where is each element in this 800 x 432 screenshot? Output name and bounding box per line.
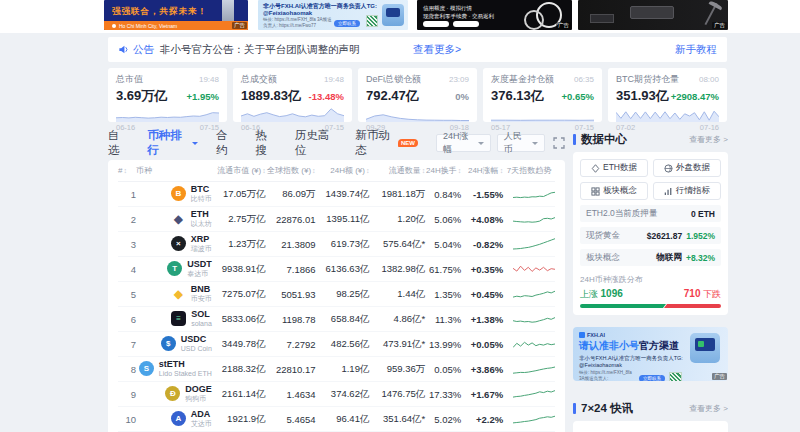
- coin-icon: ◆: [171, 286, 186, 301]
- banner-contact-button[interactable]: 立即联系: [639, 375, 665, 381]
- cell-turnover: 5.04%: [425, 239, 461, 250]
- mini-area-chart: [491, 107, 594, 122]
- cell-volume: 658.84亿: [316, 313, 370, 326]
- table-row[interactable]: 8 S stETH Lido Staked ETH 2188.32亿 22810…: [118, 357, 555, 382]
- column-header[interactable]: #↕: [118, 166, 136, 175]
- tutorial-link[interactable]: 新手教程: [675, 43, 717, 57]
- cell-coin: S stETH Lido Staked ETH: [136, 360, 212, 378]
- spot-gold-row[interactable]: 现货黄金 $2621.87 1.952%: [580, 227, 721, 244]
- view-more-link[interactable]: 查看更多 >: [689, 134, 728, 145]
- ad-headline: 非小号FXH.AI认准官方唯一商务负责人TG: @Feixiaohaomak: [263, 3, 381, 17]
- cell-market-cap: 2188.32亿: [212, 363, 266, 376]
- stat-value: 376.13亿: [491, 87, 544, 105]
- cell-price: 5.4654: [266, 414, 316, 425]
- stat-value-row: 351.93亿 +2908.47%: [616, 87, 719, 105]
- view-more-link[interactable]: 查看更多 >: [689, 403, 728, 414]
- coin-name: 瑞波币: [191, 245, 212, 253]
- gpu-graphic: [590, 14, 614, 23]
- currency-dropdown[interactable]: 人民币: [497, 134, 545, 152]
- metric-label: ETH2.0当前质押量: [586, 208, 657, 220]
- cell-market-cap: 7275.07亿: [212, 288, 266, 301]
- button-label: 外盘数据: [676, 162, 710, 174]
- market-indicators-button[interactable]: 行情指标: [653, 182, 721, 200]
- eth-data-button[interactable]: ETH数据: [580, 159, 648, 177]
- cell-rank: 5: [118, 289, 136, 300]
- coin-name: Lido Staked ETH: [159, 370, 212, 378]
- ad-contact-button[interactable]: 立即联系: [334, 20, 360, 27]
- sparkline: [503, 412, 555, 426]
- table-row[interactable]: 6 ≡ SOL solana 5833.06亿 1198.78 658.84亿 …: [118, 307, 555, 332]
- cell-coin: A ADA 艾达币: [136, 410, 212, 428]
- table-row[interactable]: 7 $ USDC USD Coin 3449.78亿 7.2792 482.56…: [118, 332, 555, 357]
- cell-price: 7.1866: [266, 264, 316, 275]
- cell-volume: 374.62亿: [316, 388, 370, 401]
- tab-hot-search[interactable]: 热搜: [255, 128, 276, 158]
- cell-rank: 2: [118, 214, 136, 225]
- table-row[interactable]: 4 T USDT 泰达币 9938.91亿 7.1866 6136.63亿 13…: [118, 257, 555, 282]
- table-row[interactable]: 3 × XRP 瑞波币 1.23万亿 21.3809 619.73亿 575.6…: [118, 232, 555, 257]
- logo-dot: [112, 24, 116, 28]
- sparkline: [503, 312, 555, 326]
- ad-banner-fxhai[interactable]: 非小号FXH.AI认准官方唯一商务负责人TG: @Feixiaohaomak 链…: [258, 0, 408, 30]
- cell-market-cap: 3449.78亿: [212, 338, 266, 351]
- announcement-text[interactable]: 非小号官方公告：关于平台团队调整的声明: [160, 43, 360, 57]
- fullscreen-icon[interactable]: [553, 137, 565, 149]
- coin-icon: Ð: [165, 386, 180, 401]
- change-filter-dropdown[interactable]: 24H涨幅: [436, 134, 491, 152]
- column-header[interactable]: 全球指数 (¥)↕: [266, 165, 316, 176]
- cell-volume: 6136.63亿: [316, 263, 370, 276]
- mini-area-chart: [241, 107, 344, 122]
- table-row[interactable]: 2 ◆ ETH 以太坊 2.75万亿 22876.01 1395.11亿 1.2…: [118, 207, 555, 232]
- sparkline: [503, 237, 555, 251]
- cell-market-cap: 1921.9亿: [212, 413, 266, 426]
- table-row[interactable]: 5 ◆ BNB 币安币 7275.07亿 5051.93 98.25亿 1.44…: [118, 282, 555, 307]
- tab-watchlist[interactable]: 自选: [108, 128, 129, 158]
- brand-name: FXH.AI: [587, 332, 605, 338]
- coin-symbol: USDC: [181, 335, 212, 345]
- column-header[interactable]: 流通数量↕: [369, 165, 425, 176]
- stat-card[interactable]: 总市值 19:48 3.69万亿 +1.95% 06-16 07-15: [108, 68, 227, 122]
- column-header[interactable]: 24H换手↕: [425, 165, 461, 176]
- column-header[interactable]: 24H额 (¥)↕: [316, 165, 370, 176]
- external-markets-button[interactable]: 外盘数据: [653, 159, 721, 177]
- cell-coin: ≡ SOL solana: [136, 310, 212, 328]
- ad-banner-exchange[interactable]: 信用额度 · 模拟行情 现货套利零手续费 · 交易返利 广告: [417, 0, 572, 30]
- column-header[interactable]: 24H涨幅↕: [461, 165, 503, 176]
- cell-coin: $ USDC USD Coin: [136, 335, 212, 353]
- cell-price: 86.09万: [266, 188, 316, 201]
- ad-pill-button[interactable]: [423, 21, 449, 27]
- eth2-stake-row[interactable]: ETH2.0当前质押量 0 ETH: [580, 205, 721, 222]
- ad-banner-hardware[interactable]: 广告: [578, 0, 728, 30]
- up-count: 上涨 1096: [580, 288, 623, 301]
- sparkline: [503, 387, 555, 401]
- tab-contracts[interactable]: 合约: [216, 128, 237, 158]
- coin-names: SOL solana: [191, 310, 212, 328]
- ad-pill-button[interactable]: [453, 21, 479, 27]
- stat-card[interactable]: DeFi总锁仓额 23:09 792.47亿 0% 09-29 09-18: [358, 68, 477, 122]
- cell-volume: 619.73亿: [316, 238, 370, 251]
- cell-coin: ◆ BNB 币安币: [136, 285, 212, 303]
- table-row[interactable]: 9 Ð DOGE 狗狗币 2161.14亿 1.4634 374.62亿 147…: [118, 382, 555, 407]
- table-row[interactable]: 10 A ADA 艾达币 1921.9亿 5.4654 96.41亿 351.6…: [118, 407, 555, 432]
- sector-concept-row[interactable]: 板块概念 物联网 +8.32%: [580, 249, 721, 266]
- tab-coin-ranking[interactable]: 币种排行: [147, 128, 198, 158]
- new-badge: NEW: [398, 139, 418, 147]
- cell-coin: B BTC 比特币: [136, 185, 212, 203]
- cell-change: -0.82%: [461, 239, 503, 250]
- tab-new-coins[interactable]: 新币动态NEW: [355, 128, 418, 158]
- coin-symbol: stETH: [159, 360, 212, 370]
- sort-icon: ↕: [123, 167, 127, 174]
- ad-banner-vietnam[interactable]: 强强联合，共探未来！ Ho Chi Minh City, Vietnam 广告: [104, 0, 248, 30]
- coin-icon: ×: [171, 236, 186, 251]
- cell-price: 21.3809: [266, 239, 316, 250]
- view-more-link[interactable]: 查看更多>: [413, 43, 461, 57]
- column-header[interactable]: 流通市值 (¥)↕: [212, 165, 266, 176]
- promo-banner[interactable]: FXH.AI 请认准非小号官方渠道 非小号FXH.AI认准官方唯一商务负责人TG…: [573, 327, 728, 381]
- stat-card[interactable]: 灰度基金持仓额 06:35 376.13亿 +0.65% 05-17 07-15: [483, 68, 602, 122]
- table-row[interactable]: 1 B BTC 比特币 17.05万亿 86.09万 1439.74亿 1981…: [118, 182, 555, 207]
- stat-card[interactable]: 总成交额 19:48 1889.83亿 -13.48% 06-16 07-15: [233, 68, 352, 122]
- tab-ath[interactable]: 历史高位: [295, 128, 338, 158]
- stat-card[interactable]: BTC期货持仓量 08:00 351.93亿 +2908.47% 07-02 0…: [608, 68, 727, 122]
- sector-concepts-button[interactable]: 板块概念: [580, 182, 648, 200]
- cell-supply: 4.86亿*: [369, 313, 425, 326]
